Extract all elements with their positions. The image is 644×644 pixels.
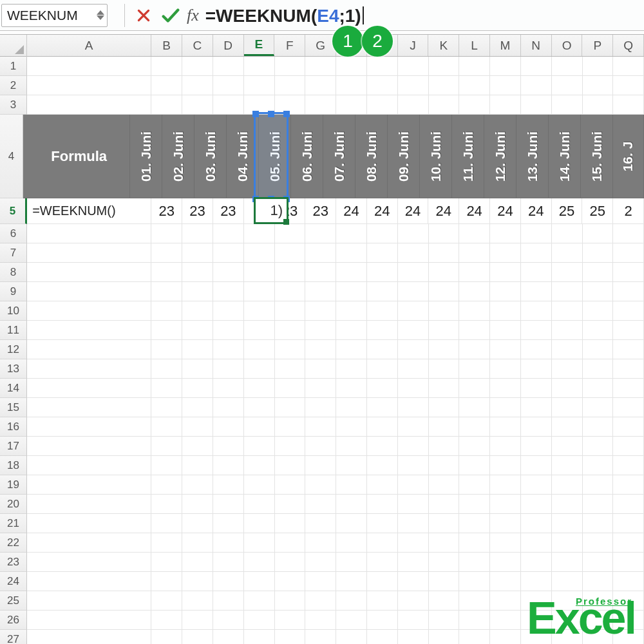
cell-K7[interactable] bbox=[429, 243, 460, 263]
cell-C17[interactable] bbox=[182, 437, 213, 456]
cell-I11[interactable] bbox=[367, 321, 398, 340]
cell-L8[interactable] bbox=[459, 263, 490, 282]
cell-A5[interactable]: =WEEKNUM() bbox=[27, 198, 151, 224]
cell-I24[interactable] bbox=[367, 572, 398, 591]
cell-D11[interactable] bbox=[213, 321, 244, 340]
chevron-down-icon[interactable] bbox=[97, 15, 104, 20]
cell-G7[interactable] bbox=[305, 243, 336, 263]
cell-G6[interactable] bbox=[305, 224, 336, 243]
cell-Q9[interactable] bbox=[613, 282, 644, 301]
cell-J7[interactable] bbox=[398, 243, 429, 263]
cell-B11[interactable] bbox=[151, 321, 182, 340]
cell-M26[interactable] bbox=[490, 611, 521, 630]
cell-N9[interactable] bbox=[521, 282, 552, 301]
cell-D20[interactable] bbox=[213, 495, 244, 514]
cell-G20[interactable] bbox=[305, 495, 336, 514]
cell-G17[interactable] bbox=[305, 437, 336, 456]
cell-D8[interactable] bbox=[213, 263, 244, 282]
cell-M6[interactable] bbox=[490, 224, 521, 243]
row-header-18[interactable]: 18 bbox=[0, 456, 27, 475]
row-header-21[interactable]: 21 bbox=[0, 514, 27, 533]
cell-I2[interactable] bbox=[367, 76, 398, 95]
cell-G19[interactable] bbox=[305, 475, 336, 495]
cell-F1[interactable] bbox=[275, 57, 306, 76]
cell-J24[interactable] bbox=[398, 572, 429, 591]
cell-B18[interactable] bbox=[151, 456, 182, 475]
column-header-e[interactable]: E bbox=[244, 35, 275, 56]
cell-K3[interactable] bbox=[429, 95, 460, 115]
cell-D19[interactable] bbox=[213, 475, 244, 495]
cell-C14[interactable] bbox=[182, 379, 213, 398]
column-header-n[interactable]: N bbox=[521, 35, 552, 56]
cell-K8[interactable] bbox=[429, 263, 460, 282]
cell-E22[interactable] bbox=[244, 533, 275, 553]
cell-C26[interactable] bbox=[182, 611, 213, 630]
cell-G26[interactable] bbox=[305, 611, 336, 630]
row-header-22[interactable]: 22 bbox=[0, 533, 27, 553]
cell-F2[interactable] bbox=[275, 76, 306, 95]
cell-A22[interactable] bbox=[27, 533, 151, 553]
cell-L21[interactable] bbox=[459, 514, 490, 533]
cell-O15[interactable] bbox=[552, 398, 583, 417]
cell-K1[interactable] bbox=[429, 57, 460, 76]
cell-K12[interactable] bbox=[429, 340, 460, 359]
cell-L25[interactable] bbox=[459, 591, 490, 611]
cell-O6[interactable] bbox=[552, 224, 583, 243]
cell-H21[interactable] bbox=[336, 514, 367, 533]
fx-label[interactable]: fx bbox=[187, 6, 199, 25]
cell-B9[interactable] bbox=[151, 282, 182, 301]
cell-N21[interactable] bbox=[521, 514, 552, 533]
cell-F6[interactable] bbox=[275, 224, 306, 243]
cell-N16[interactable] bbox=[521, 417, 552, 437]
cell-C23[interactable] bbox=[182, 553, 213, 572]
accept-formula-button[interactable] bbox=[157, 3, 184, 28]
cell-Q14[interactable] bbox=[613, 379, 644, 398]
cell-A8[interactable] bbox=[27, 263, 151, 282]
cell-K26[interactable] bbox=[429, 611, 460, 630]
cell-K2[interactable] bbox=[429, 76, 460, 95]
cell-C9[interactable] bbox=[182, 282, 213, 301]
cell-B25[interactable] bbox=[151, 591, 182, 611]
cell-H19[interactable] bbox=[336, 475, 367, 495]
cell-B20[interactable] bbox=[151, 495, 182, 514]
cell-O16[interactable] bbox=[552, 417, 583, 437]
cell-B27[interactable] bbox=[151, 630, 182, 644]
cell-C15[interactable] bbox=[182, 398, 213, 417]
cell-L19[interactable] bbox=[459, 475, 490, 495]
row-header-27[interactable]: 27 bbox=[0, 630, 27, 644]
cell-M27[interactable] bbox=[490, 630, 521, 644]
cell-E15[interactable] bbox=[244, 398, 275, 417]
cell-K27[interactable] bbox=[429, 630, 460, 644]
cell-A19[interactable] bbox=[27, 475, 151, 495]
cell-E26[interactable] bbox=[244, 611, 275, 630]
cell-A23[interactable] bbox=[27, 553, 151, 572]
cell-O5[interactable]: 25 bbox=[552, 198, 583, 224]
cell-I9[interactable] bbox=[367, 282, 398, 301]
cell-J10[interactable] bbox=[398, 301, 429, 321]
cell-Q17[interactable] bbox=[613, 437, 644, 456]
cell-C10[interactable] bbox=[182, 301, 213, 321]
cell-K25[interactable] bbox=[429, 591, 460, 611]
cell-C8[interactable] bbox=[182, 263, 213, 282]
cell-P18[interactable] bbox=[583, 456, 614, 475]
cell-C1[interactable] bbox=[182, 57, 213, 76]
cell-N20[interactable] bbox=[521, 495, 552, 514]
cell-G9[interactable] bbox=[305, 282, 336, 301]
cell-I16[interactable] bbox=[367, 417, 398, 437]
cell-F20[interactable] bbox=[275, 495, 306, 514]
column-header-a[interactable]: A bbox=[27, 35, 151, 56]
cell-G2[interactable] bbox=[305, 76, 336, 95]
cell-J23[interactable] bbox=[398, 553, 429, 572]
cell-A20[interactable] bbox=[27, 495, 151, 514]
row-header-8[interactable]: 8 bbox=[0, 263, 27, 282]
cell-B7[interactable] bbox=[151, 243, 182, 263]
cell-O1[interactable] bbox=[552, 57, 583, 76]
cell-C19[interactable] bbox=[182, 475, 213, 495]
cell-I7[interactable] bbox=[367, 243, 398, 263]
row-header-7[interactable]: 7 bbox=[0, 243, 27, 263]
chevron-up-icon[interactable] bbox=[97, 10, 104, 15]
cell-L16[interactable] bbox=[459, 417, 490, 437]
cell-J8[interactable] bbox=[398, 263, 429, 282]
cell-E3[interactable] bbox=[244, 95, 275, 115]
cell-P1[interactable] bbox=[583, 57, 614, 76]
